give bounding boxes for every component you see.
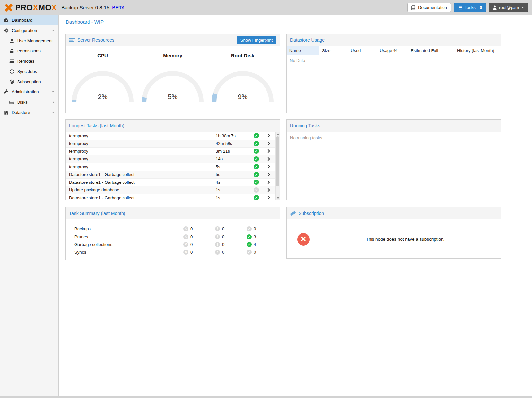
sidebar-item-disks[interactable]: Disks <box>0 97 58 107</box>
user-menu-label: root@pam <box>499 5 519 10</box>
vertical-scrollbar[interactable] <box>275 132 280 200</box>
task-row[interactable]: Update package database 1s <box>66 186 275 194</box>
sidebar-item-label: Administration <box>12 89 39 94</box>
ok-status-icon <box>254 164 259 169</box>
running-tasks-header: Running Tasks <box>287 120 501 132</box>
sidebar-item-label: Sync Jobs <box>17 69 37 74</box>
user-menu-button[interactable]: root@pam <box>489 3 528 12</box>
datastore-icon <box>3 110 9 115</box>
beta-link[interactable]: BETA <box>112 5 124 10</box>
datastore-table-header: Name ↑ Size Used Usage % Estimated Full … <box>287 46 501 55</box>
server-resources-icon <box>69 38 75 42</box>
panel-title: Task Summary (last Month) <box>69 211 125 216</box>
top-bar: PROXMOX Backup Server 0.8-15 BETA Docume… <box>0 0 532 15</box>
column-header-history[interactable]: History (last Month) <box>454 46 501 55</box>
task-row[interactable]: Datastore store1 - Garbage collect 4s <box>66 179 275 186</box>
sidebar-item-permissions[interactable]: Permissions <box>0 46 58 56</box>
task-row[interactable]: termproxy 14s <box>66 155 275 163</box>
subscription-panel: Subscription This node does not have a s… <box>286 207 501 259</box>
column-header-used[interactable]: Used <box>348 46 377 55</box>
task-list-icon <box>458 6 462 10</box>
user-icon <box>9 39 15 43</box>
chevron-right-icon[interactable] <box>262 134 275 138</box>
task-row[interactable]: Datastore store1 - Garbage collect 1s <box>66 194 275 200</box>
ok-count-icon <box>247 226 252 231</box>
ok-count-icon <box>247 242 252 247</box>
gauge-value: 9% <box>210 93 276 101</box>
chevron-right-icon[interactable] <box>262 180 275 184</box>
ok-status-icon <box>254 133 259 138</box>
error-count-icon <box>183 242 188 247</box>
scroll-down-icon[interactable] <box>277 197 279 199</box>
sidebar-item-datastore[interactable]: Datastore <box>0 107 58 117</box>
column-header-usage-pct[interactable]: Usage % <box>377 46 408 55</box>
caret-down-icon <box>52 30 54 31</box>
documentation-button[interactable]: Documentation <box>407 3 451 12</box>
chevron-right-icon[interactable] <box>262 165 275 169</box>
column-header-estimated-full[interactable]: Estimated Full <box>408 46 454 55</box>
tasks-label: Tasks <box>465 5 476 10</box>
scrollbar-thumb[interactable] <box>276 136 279 186</box>
ok-status-icon <box>254 141 259 146</box>
sidebar-item-configuration[interactable]: Configuration <box>0 25 58 36</box>
remotes-icon <box>9 59 15 64</box>
sidebar-item-remotes[interactable]: Remotes <box>0 56 58 66</box>
wrench-icon <box>3 89 9 94</box>
task-row[interactable]: termproxy 5s <box>66 163 275 171</box>
subscription-header: Subscription <box>287 207 501 219</box>
subscription-message: This node does not have a subscription. <box>310 237 501 242</box>
tasks-count-badge: 0 <box>480 5 482 10</box>
gauge-value: 5% <box>140 93 206 101</box>
sort-asc-icon: ↑ <box>303 48 305 53</box>
task-summary-header: Task Summary (last Month) <box>66 207 280 219</box>
ticket-icon <box>290 211 296 216</box>
show-fingerprint-button[interactable]: Show Fingerprint <box>237 36 276 44</box>
sidebar-item-administration[interactable]: Administration <box>0 87 58 97</box>
chevron-right-icon[interactable] <box>262 188 275 192</box>
no-running-tasks-text: No running tasks <box>287 132 501 144</box>
user-icon <box>493 5 497 10</box>
column-header-size[interactable]: Size <box>319 46 348 55</box>
sidebar-item-label: Permissions <box>17 49 41 53</box>
sidebar-item-label: Disks <box>17 100 28 105</box>
warning-count-icon <box>215 250 220 255</box>
summary-row: Prunes 0 0 3 <box>74 233 280 241</box>
sidebar: Dashboard Configuration <box>0 15 59 396</box>
warning-count-icon <box>215 234 220 239</box>
longest-tasks-panel: Longest Tasks (last Month) termproxy 1h … <box>65 119 280 200</box>
task-row[interactable]: termproxy 3m 21s <box>66 148 275 155</box>
memory-gauge: Memory 5% <box>140 53 206 113</box>
sidebar-item-user-management[interactable]: User Management <box>0 36 58 46</box>
ok-status-icon <box>254 149 259 154</box>
sidebar-item-sync-jobs[interactable]: Sync Jobs <box>0 66 58 77</box>
scroll-up-icon[interactable] <box>277 133 279 135</box>
chevron-right-icon[interactable] <box>262 173 275 177</box>
sidebar-item-label: Configuration <box>12 28 37 33</box>
longest-tasks-list: termproxy 1h 38m 7s termproxy 42m 58s <box>66 132 280 200</box>
chevron-right-icon[interactable] <box>262 196 275 200</box>
sidebar-item-label: Remotes <box>17 59 34 64</box>
caret-down-icon <box>52 112 54 113</box>
sidebar-item-subscription[interactable]: Subscription <box>0 77 58 87</box>
gauge-label: Root Disk <box>210 53 276 58</box>
panel-title: Datastore Usage <box>290 37 325 43</box>
tasks-button[interactable]: Tasks 0 <box>454 3 486 12</box>
chevron-right-icon[interactable] <box>262 142 275 146</box>
caret-down-icon <box>521 7 524 8</box>
ok-status-icon <box>254 180 259 185</box>
task-row[interactable]: termproxy 42m 58s <box>66 140 275 148</box>
gears-icon <box>3 28 9 33</box>
warning-count-icon <box>215 226 220 231</box>
chevron-right-icon[interactable] <box>262 149 275 153</box>
task-row[interactable]: Datastore store1 - Garbage collect 5s <box>66 171 275 179</box>
support-icon <box>9 79 15 84</box>
column-header-name[interactable]: Name ↑ <box>287 46 319 55</box>
unknown-status-icon <box>254 187 259 193</box>
chevron-right-icon[interactable] <box>262 157 275 161</box>
caret-right-icon <box>53 101 54 104</box>
sidebar-item-dashboard[interactable]: Dashboard <box>0 15 58 25</box>
no-data-text: No Data <box>287 55 501 66</box>
task-row[interactable]: termproxy 1h 38m 7s <box>66 132 275 140</box>
panel-title: Running Tasks <box>290 123 320 128</box>
gauges-row: CPU 2% Memory 5% <box>66 46 280 113</box>
